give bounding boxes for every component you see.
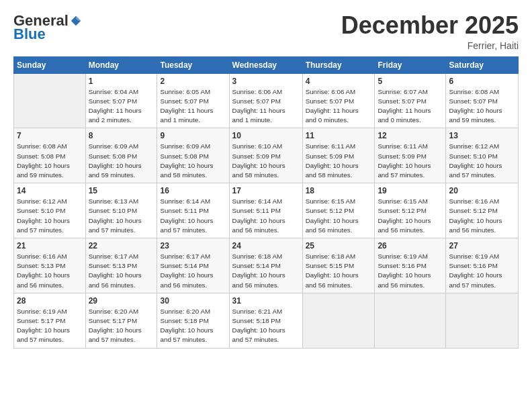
day-number: 1 [89,77,154,86]
calendar-cell: 15Sunrise: 6:13 AMSunset: 5:10 PMDayligh… [85,183,157,238]
calendar-cell: 27Sunrise: 6:19 AMSunset: 5:16 PMDayligh… [446,238,519,293]
calendar-cell [446,293,519,348]
day-number: 18 [306,186,372,195]
calendar-cell: 30Sunrise: 6:20 AMSunset: 5:18 PMDayligh… [157,293,229,348]
weekday-header-thursday: Thursday [302,56,375,73]
day-number: 11 [306,131,372,140]
calendar-cell: 16Sunrise: 6:14 AMSunset: 5:11 PMDayligh… [157,183,229,238]
day-number: 17 [232,186,300,195]
location: Ferrier, Haiti [341,40,519,51]
day-info: Sunrise: 6:12 AMSunset: 5:10 PMDaylight:… [17,197,83,235]
header: General Blue December 2025 Ferrier, Hait… [13,12,519,51]
weekday-row: SundayMondayTuesdayWednesdayThursdayFrid… [14,56,519,73]
day-number: 3 [232,77,300,86]
day-info: Sunrise: 6:14 AMSunset: 5:11 PMDaylight:… [160,197,226,235]
weekday-header-sunday: Sunday [14,56,86,73]
day-number: 30 [160,296,226,306]
day-number: 7 [17,131,83,140]
calendar-body: 1Sunrise: 6:04 AMSunset: 5:07 PMDaylight… [14,73,519,348]
calendar-header: SundayMondayTuesdayWednesdayThursdayFrid… [14,56,519,73]
day-info: Sunrise: 6:05 AMSunset: 5:07 PMDaylight:… [160,87,226,126]
day-info: Sunrise: 6:12 AMSunset: 5:10 PMDaylight:… [449,142,515,180]
day-number: 27 [449,241,515,250]
calendar-cell: 20Sunrise: 6:16 AMSunset: 5:12 PMDayligh… [446,183,519,238]
day-number: 24 [232,241,300,250]
day-info: Sunrise: 6:15 AMSunset: 5:12 PMDaylight:… [306,197,372,235]
day-number: 16 [160,186,226,195]
weekday-header-tuesday: Tuesday [157,56,229,73]
day-number: 29 [89,296,154,306]
day-info: Sunrise: 6:15 AMSunset: 5:12 PMDaylight:… [378,197,443,235]
day-info: Sunrise: 6:06 AMSunset: 5:07 PMDaylight:… [232,87,300,126]
day-number: 9 [160,131,226,140]
calendar-cell: 8Sunrise: 6:09 AMSunset: 5:08 PMDaylight… [85,128,157,183]
calendar-week-3: 14Sunrise: 6:12 AMSunset: 5:10 PMDayligh… [14,183,519,238]
day-info: Sunrise: 6:19 AMSunset: 5:17 PMDaylight:… [17,307,83,345]
logo: General Blue [13,12,82,43]
calendar-cell: 3Sunrise: 6:06 AMSunset: 5:07 PMDaylight… [229,73,302,128]
calendar-week-1: 1Sunrise: 6:04 AMSunset: 5:07 PMDaylight… [14,73,519,128]
calendar-cell: 9Sunrise: 6:09 AMSunset: 5:08 PMDaylight… [157,128,229,183]
calendar-week-2: 7Sunrise: 6:08 AMSunset: 5:08 PMDaylight… [14,128,519,183]
calendar-cell: 22Sunrise: 6:17 AMSunset: 5:13 PMDayligh… [85,238,157,293]
day-number: 10 [232,131,300,140]
weekday-header-saturday: Saturday [446,56,519,73]
day-number: 5 [378,77,443,86]
calendar-cell: 1Sunrise: 6:04 AMSunset: 5:07 PMDaylight… [85,73,157,128]
weekday-header-friday: Friday [375,56,446,73]
day-info: Sunrise: 6:17 AMSunset: 5:14 PMDaylight:… [160,252,226,290]
day-info: Sunrise: 6:09 AMSunset: 5:08 PMDaylight:… [89,142,154,180]
day-number: 19 [378,186,443,195]
day-number: 23 [160,241,226,250]
calendar-cell: 25Sunrise: 6:18 AMSunset: 5:15 PMDayligh… [302,238,375,293]
day-info: Sunrise: 6:07 AMSunset: 5:07 PMDaylight:… [378,87,443,126]
day-info: Sunrise: 6:06 AMSunset: 5:07 PMDaylight:… [306,87,372,126]
day-number: 4 [306,77,372,86]
day-number: 20 [449,186,515,195]
calendar-cell: 12Sunrise: 6:11 AMSunset: 5:09 PMDayligh… [375,128,446,183]
day-info: Sunrise: 6:21 AMSunset: 5:18 PMDaylight:… [232,307,300,345]
calendar-cell: 23Sunrise: 6:17 AMSunset: 5:14 PMDayligh… [157,238,229,293]
calendar-cell: 26Sunrise: 6:19 AMSunset: 5:16 PMDayligh… [375,238,446,293]
day-info: Sunrise: 6:16 AMSunset: 5:13 PMDaylight:… [17,252,83,290]
month-title: December 2025 [341,12,519,39]
day-info: Sunrise: 6:04 AMSunset: 5:07 PMDaylight:… [89,87,154,126]
day-info: Sunrise: 6:18 AMSunset: 5:15 PMDaylight:… [306,252,372,290]
calendar-cell [375,293,446,348]
calendar-cell: 18Sunrise: 6:15 AMSunset: 5:12 PMDayligh… [302,183,375,238]
day-number: 14 [17,186,83,195]
day-info: Sunrise: 6:08 AMSunset: 5:07 PMDaylight:… [449,87,515,126]
day-info: Sunrise: 6:19 AMSunset: 5:16 PMDaylight:… [378,252,443,290]
day-info: Sunrise: 6:14 AMSunset: 5:11 PMDaylight:… [232,197,300,235]
calendar-cell: 19Sunrise: 6:15 AMSunset: 5:12 PMDayligh… [375,183,446,238]
calendar-cell: 6Sunrise: 6:08 AMSunset: 5:07 PMDaylight… [446,73,519,128]
day-info: Sunrise: 6:20 AMSunset: 5:17 PMDaylight:… [89,307,154,345]
day-info: Sunrise: 6:08 AMSunset: 5:08 PMDaylight:… [17,142,83,180]
day-number: 26 [378,241,443,250]
day-number: 22 [89,241,154,250]
day-info: Sunrise: 6:16 AMSunset: 5:12 PMDaylight:… [449,197,515,235]
logo-blue-text: Blue [13,26,46,43]
calendar-cell: 11Sunrise: 6:11 AMSunset: 5:09 PMDayligh… [302,128,375,183]
calendar-cell: 21Sunrise: 6:16 AMSunset: 5:13 PMDayligh… [14,238,86,293]
calendar-cell: 13Sunrise: 6:12 AMSunset: 5:10 PMDayligh… [446,128,519,183]
day-number: 15 [89,186,154,195]
calendar-cell [302,293,375,348]
day-number: 31 [232,296,300,306]
day-info: Sunrise: 6:19 AMSunset: 5:16 PMDaylight:… [449,252,515,290]
day-number: 6 [449,77,515,86]
day-number: 25 [306,241,372,250]
day-info: Sunrise: 6:09 AMSunset: 5:08 PMDaylight:… [160,142,226,180]
day-info: Sunrise: 6:18 AMSunset: 5:14 PMDaylight:… [232,252,300,290]
calendar-cell: 24Sunrise: 6:18 AMSunset: 5:14 PMDayligh… [229,238,302,293]
day-number: 8 [89,131,154,140]
calendar-cell [14,73,86,128]
weekday-header-monday: Monday [85,56,157,73]
day-info: Sunrise: 6:20 AMSunset: 5:18 PMDaylight:… [160,307,226,345]
day-number: 13 [449,131,515,140]
calendar-cell: 5Sunrise: 6:07 AMSunset: 5:07 PMDaylight… [375,73,446,128]
calendar-cell: 31Sunrise: 6:21 AMSunset: 5:18 PMDayligh… [229,293,302,348]
calendar-table: SundayMondayTuesdayWednesdayThursdayFrid… [13,56,519,349]
calendar-cell: 17Sunrise: 6:14 AMSunset: 5:11 PMDayligh… [229,183,302,238]
day-info: Sunrise: 6:13 AMSunset: 5:10 PMDaylight:… [89,197,154,235]
